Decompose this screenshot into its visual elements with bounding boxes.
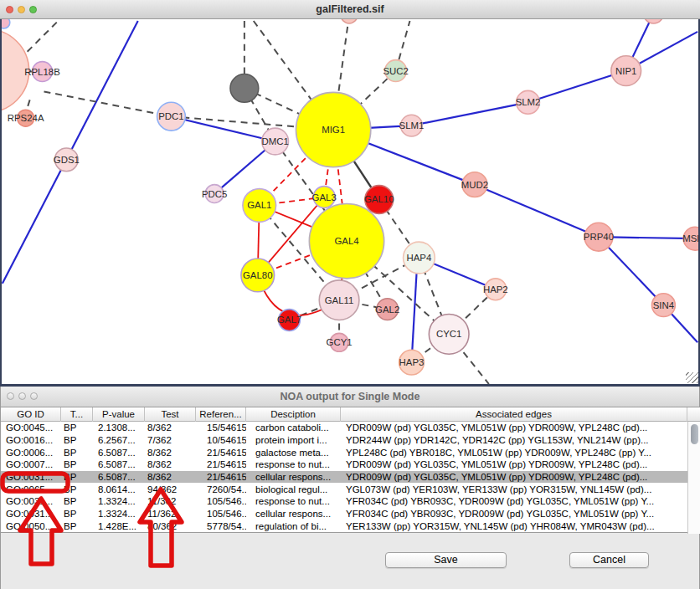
network-canvas[interactable]: RPL18BRPS24AGDS1PDC1MIG1SUC2SLM1DMC1SLM2…: [0, 19, 700, 387]
table-cell: GO:0006...: [1, 448, 61, 458]
table-cell: 10/54615: [196, 435, 246, 445]
graph-node-label: GAL80: [243, 270, 273, 280]
window-network: galFiltered.sif RPL18BRPS24AGDS1PDC1MIG1…: [0, 0, 700, 387]
graph-node-label: SLM1: [399, 120, 425, 131]
table-row[interactable]: GO:0050...BP1.428E...80/3625778/54...reg…: [1, 520, 687, 532]
column-header-associated-edges[interactable]: Associated edges: [341, 407, 687, 422]
table-cell: YFR034C (pd) YBR093C, YDR009W (pd) YGL03…: [341, 496, 687, 506]
table-cell: BP: [61, 496, 93, 506]
cancel-button[interactable]: Cancel: [569, 552, 649, 568]
table-cell: YDR009W (pd) YGL035C, YML051W (pp) YDR00…: [341, 472, 687, 482]
table-cell: 6.5087...: [93, 448, 145, 458]
graph-edge: [411, 259, 417, 362]
table-row[interactable]: GO:0006...BP6.5087...8/36221/54615galact…: [1, 446, 687, 458]
table-row[interactable]: GO:0031...BP6.5087...8/36221/54615cellul…: [1, 471, 687, 484]
table-cell: 1.3324...: [93, 496, 145, 506]
table-cell: BP: [61, 435, 93, 445]
header-scrollbar-corner: [687, 407, 700, 422]
table-cell: YDR009W (pd) YGL035C, YML051W (pp) YDR00…: [341, 459, 687, 469]
graph-node-label: GAL7: [277, 315, 301, 325]
table-cell: cellular respons...: [246, 509, 341, 519]
table-row[interactable]: GO:0031...BP1.3324...11/362105/546...res…: [1, 495, 687, 508]
table-cell: BP: [61, 521, 93, 531]
table-cell: 6.5087...: [93, 472, 145, 482]
table-cell: 11/362: [145, 509, 196, 519]
table-cell: 1.3324...: [93, 509, 145, 519]
graph-node[interactable]: [644, 19, 664, 23]
table-cell: 7260/54...: [196, 484, 246, 494]
graph-node-label: MSL5: [682, 233, 700, 243]
graph-node-label: SIN4: [653, 300, 675, 310]
graph-node-label: GAL4: [334, 236, 359, 246]
graph-node[interactable]: [230, 74, 259, 103]
table-cell: response to nut...: [246, 496, 341, 506]
table-body: GO:0045...BP2.1308...8/36215/54615carbon…: [1, 422, 687, 533]
graph-edge: [411, 102, 528, 125]
table-cell: 8/362: [145, 472, 196, 482]
window-noa-output: NOA output for Single Mode GO IDT...P-va…: [0, 387, 700, 589]
table-cell: 80/362: [145, 521, 196, 531]
table-row[interactable]: GO:0007...BP6.5087...8/36221/54615respon…: [1, 458, 687, 471]
table-cell: 2.1308...: [93, 423, 145, 433]
graph-node-label: GAL11: [325, 295, 354, 305]
column-header-test[interactable]: Test: [145, 407, 196, 422]
table-cell: BP: [61, 472, 93, 482]
table-cell: carbon cataboli...: [246, 423, 341, 433]
table-cell: BP: [61, 459, 93, 469]
graph-edge: [28, 21, 59, 52]
network-titlebar[interactable]: galFiltered.sif: [0, 0, 700, 19]
table-cell: BP: [61, 484, 93, 494]
graph-node[interactable]: [341, 19, 358, 23]
graph-node-label: GAL10: [364, 194, 394, 204]
save-button[interactable]: Save: [385, 552, 507, 568]
table-cell: YPL248C (pd) YBR018C, YML051W (pp) YDR00…: [341, 448, 687, 458]
graph-edge: [475, 185, 599, 238]
column-header-go-id[interactable]: GO ID: [1, 407, 61, 422]
table-cell: YER133W (pp) YOR315W, YNL145W (pd) YHR08…: [341, 521, 687, 531]
table-cell: 21/54615: [196, 448, 246, 458]
table-cell: 5778/54...: [196, 521, 246, 531]
table-row[interactable]: GO:0031...BP1.3324...11/362105/546...cel…: [1, 508, 687, 520]
graph-edge: [44, 91, 172, 116]
column-header-desciption[interactable]: Desciption: [246, 407, 341, 422]
table-cell: GO:0031...: [1, 509, 61, 519]
graph-node[interactable]: [0, 19, 10, 28]
table-cell: 11/362: [145, 496, 196, 506]
table-cell: biological regul...: [246, 484, 341, 494]
table-cell: 94/362: [145, 484, 196, 494]
graph-node-label: GCY1: [327, 337, 353, 347]
scrollbar-thumb[interactable]: [691, 424, 698, 444]
column-header-referen-[interactable]: Referen...: [196, 407, 246, 422]
resize-grip[interactable]: [686, 372, 698, 383]
screen: galFiltered.sif RPL18BRPS24AGDS1PDC1MIG1…: [0, 0, 700, 589]
table-cell: GO:0031...: [1, 496, 61, 506]
graph-node-label: PDC1: [158, 111, 183, 121]
scrollbar[interactable]: [687, 422, 700, 534]
network-window-title: galFiltered.sif: [0, 3, 700, 15]
table-cell: galactose meta...: [246, 448, 341, 458]
table-row[interactable]: GO:0016...BP6.2567...7/36210/54615protei…: [1, 434, 687, 447]
table-cell: GO:0050...: [1, 521, 61, 531]
table-cell: GO:0007...: [1, 459, 61, 469]
graph-node-label: HAP2: [483, 284, 508, 294]
table-header: GO IDT...P-valueTestReferen...Desciption…: [1, 407, 700, 422]
table-cell: 1.428E...: [93, 521, 145, 531]
graph-node-label: MIG1: [322, 125, 345, 135]
table-cell: YDR244W (pp) YDR142C, YDR142C (pp) YGL15…: [341, 435, 687, 445]
table-cell: 6.5087...: [93, 459, 145, 469]
column-header-t-[interactable]: T...: [61, 407, 93, 422]
table-row[interactable]: GO:0045...BP2.1308...8/36215/54615carbon…: [1, 422, 687, 434]
graph-node-label: SLM2: [516, 97, 541, 107]
noa-titlebar[interactable]: NOA output for Single Mode: [1, 387, 699, 407]
table-row[interactable]: GO:0065...BP8.0614...94/3627260/54...bio…: [1, 483, 687, 495]
table-cell: 6.2567...: [93, 435, 145, 445]
graph-node-label: RPL18B: [24, 67, 59, 77]
column-header-p-value[interactable]: P-value: [93, 407, 145, 422]
table-cell: BP: [61, 448, 93, 458]
table-cell: 15/54615: [196, 423, 246, 433]
table-cell: cellular respons...: [246, 472, 341, 482]
graph-node-label: NIP1: [615, 66, 636, 76]
table-cell: GO:0031...: [1, 472, 61, 482]
table-cell: 8/362: [145, 448, 196, 458]
table-cell: YFR034C (pd) YBR093C, YDR009W (pd) YGL03…: [341, 509, 687, 519]
